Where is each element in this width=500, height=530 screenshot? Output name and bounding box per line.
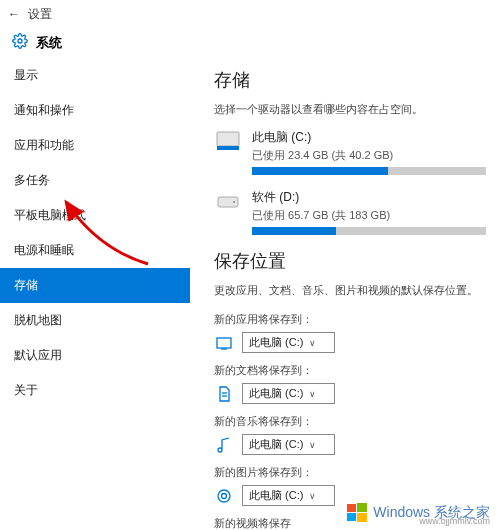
music-icon — [214, 435, 234, 455]
save-select-music[interactable]: 此电脑 (C:)∨ — [242, 434, 335, 455]
gear-icon — [12, 33, 28, 53]
windows-logo-icon — [347, 502, 369, 524]
drive-bar — [252, 167, 486, 175]
drive-name: 此电脑 (C:) — [252, 129, 486, 146]
sidebar-item-notifications[interactable]: 通知和操作 — [0, 93, 190, 128]
sidebar-item-display[interactable]: 显示 — [0, 58, 190, 93]
chevron-down-icon: ∨ — [309, 440, 316, 450]
sidebar-item-apps[interactable]: 应用和功能 — [0, 128, 190, 163]
page-title: 系统 — [36, 34, 62, 52]
titlebar-label: 设置 — [28, 6, 52, 23]
svg-rect-1 — [217, 132, 239, 146]
svg-rect-2 — [217, 146, 239, 150]
svg-rect-12 — [347, 504, 356, 512]
save-label: 新的文档将保存到： — [214, 363, 486, 378]
header: 系统 — [0, 28, 500, 58]
save-label: 新的图片将保存到： — [214, 465, 486, 480]
app-icon — [214, 333, 234, 353]
sidebar-item-storage[interactable]: 存储 — [0, 268, 190, 303]
save-title: 保存位置 — [214, 249, 486, 273]
drive-usage: 已使用 65.7 GB (共 183 GB) — [252, 208, 486, 223]
sidebar-item-maps[interactable]: 脱机地图 — [0, 303, 190, 338]
save-group-pics: 新的图片将保存到： 此电脑 (C:)∨ — [214, 465, 486, 506]
svg-point-4 — [233, 201, 235, 203]
save-group-apps: 新的应用将保存到： 此电脑 (C:)∨ — [214, 312, 486, 353]
svg-point-0 — [18, 39, 22, 43]
drive-bar — [252, 227, 486, 235]
save-select-docs[interactable]: 此电脑 (C:)∨ — [242, 383, 335, 404]
save-label: 新的应用将保存到： — [214, 312, 486, 327]
watermark: Windows 系统之家 www.bjjmmlv.com — [347, 502, 490, 524]
svg-point-10 — [222, 493, 227, 498]
storage-subtitle: 选择一个驱动器以查看哪些内容在占空间。 — [214, 102, 486, 117]
sidebar-item-multitask[interactable]: 多任务 — [0, 163, 190, 198]
drive-usage: 已使用 23.4 GB (共 40.2 GB) — [252, 148, 486, 163]
save-group-music: 新的音乐将保存到： 此电脑 (C:)∨ — [214, 414, 486, 455]
save-label: 新的音乐将保存到： — [214, 414, 486, 429]
save-select-apps[interactable]: 此电脑 (C:)∨ — [242, 332, 335, 353]
chevron-down-icon: ∨ — [309, 491, 316, 501]
save-group-docs: 新的文档将保存到： 此电脑 (C:)∨ — [214, 363, 486, 404]
document-icon — [214, 384, 234, 404]
save-select-pics[interactable]: 此电脑 (C:)∨ — [242, 485, 335, 506]
sidebar-item-tablet[interactable]: 平板电脑模式 — [0, 198, 190, 233]
chevron-down-icon: ∨ — [309, 389, 316, 399]
svg-point-9 — [218, 490, 230, 502]
drive-icon — [214, 129, 242, 153]
main-content: 存储 选择一个驱动器以查看哪些内容在占空间。 此电脑 (C:) 已使用 23.4… — [190, 58, 500, 530]
storage-title: 存储 — [214, 68, 486, 92]
save-subtitle: 更改应用、文档、音乐、图片和视频的默认保存位置。 — [214, 283, 486, 298]
svg-rect-5 — [217, 338, 231, 348]
sidebar: 显示 通知和操作 应用和功能 多任务 平板电脑模式 电源和睡眠 存储 脱机地图 … — [0, 58, 190, 530]
drive-row[interactable]: 软件 (D:) 已使用 65.7 GB (共 183 GB) — [214, 189, 486, 235]
back-button[interactable]: ← — [8, 7, 20, 21]
chevron-down-icon: ∨ — [309, 338, 316, 348]
titlebar: ← 设置 — [0, 0, 500, 28]
svg-rect-14 — [347, 513, 356, 521]
drive-name: 软件 (D:) — [252, 189, 486, 206]
drive-row[interactable]: 此电脑 (C:) 已使用 23.4 GB (共 40.2 GB) — [214, 129, 486, 175]
sidebar-item-defaultapps[interactable]: 默认应用 — [0, 338, 190, 373]
drive-icon — [214, 189, 242, 213]
sidebar-item-power[interactable]: 电源和睡眠 — [0, 233, 190, 268]
watermark-url: www.bjjmmlv.com — [419, 516, 490, 526]
svg-rect-15 — [357, 513, 367, 522]
svg-rect-13 — [357, 503, 367, 512]
sidebar-item-about[interactable]: 关于 — [0, 373, 190, 408]
picture-icon — [214, 486, 234, 506]
